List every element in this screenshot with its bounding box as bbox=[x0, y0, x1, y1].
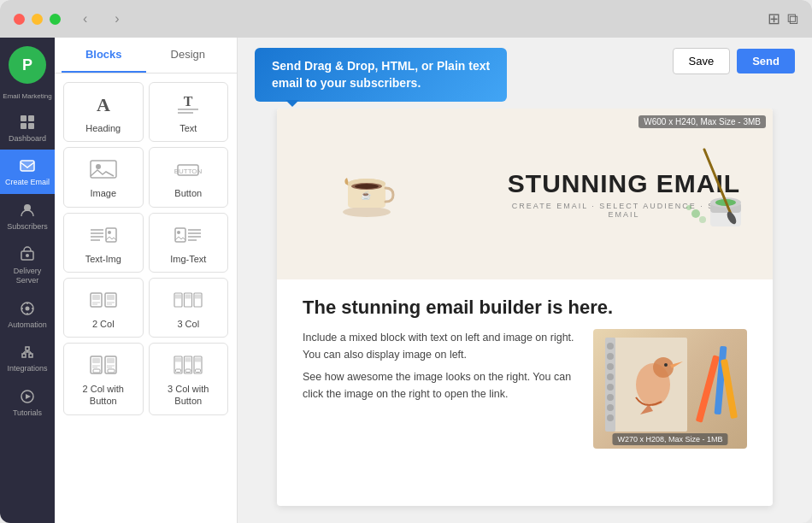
block-image-label: Image bbox=[90, 187, 116, 199]
sidebar: P Email Marketing Dashboard bbox=[0, 38, 55, 523]
svg-text:P: P bbox=[22, 56, 32, 73]
dashboard-label: Dashboard bbox=[9, 134, 46, 144]
img-text-icon bbox=[171, 222, 205, 248]
tab-blocks[interactable]: Blocks bbox=[62, 38, 146, 73]
block-3col-label: 3 Col bbox=[177, 318, 199, 330]
email-image-placeholder: W270 x H208, Max Size - 1MB bbox=[593, 329, 747, 449]
svg-rect-37 bbox=[107, 295, 115, 300]
svg-point-82 bbox=[686, 205, 691, 210]
tutorials-icon bbox=[18, 387, 37, 406]
3col-icon bbox=[171, 287, 205, 313]
3col-button-icon bbox=[171, 352, 205, 378]
block-heading-label: Heading bbox=[85, 122, 121, 134]
svg-rect-4 bbox=[21, 123, 26, 129]
svg-rect-51 bbox=[107, 358, 115, 363]
svg-point-93 bbox=[607, 404, 614, 411]
svg-point-90 bbox=[607, 373, 614, 380]
block-text-label: Text bbox=[179, 122, 197, 134]
hero-size-badge: W600 x H240, Max Size - 3MB bbox=[638, 115, 766, 128]
svg-point-67 bbox=[343, 207, 391, 217]
block-text-img[interactable]: Text-Img bbox=[63, 213, 144, 273]
svg-rect-36 bbox=[92, 295, 100, 300]
svg-point-88 bbox=[607, 353, 614, 360]
sidebar-item-dashboard[interactable]: Dashboard bbox=[0, 106, 55, 150]
svg-point-92 bbox=[607, 394, 614, 401]
svg-rect-61 bbox=[175, 358, 181, 362]
block-3col[interactable]: 3 Col bbox=[149, 278, 229, 338]
promo-line2: email to your subscribers. bbox=[272, 76, 421, 90]
save-button[interactable]: Save bbox=[673, 48, 731, 74]
svg-rect-28 bbox=[175, 228, 185, 242]
email-text-column: Include a mixed block with text on left … bbox=[303, 329, 580, 403]
svg-marker-13 bbox=[26, 394, 31, 399]
header-actions: Save Send bbox=[673, 48, 795, 74]
email-body-text1: Include a mixed block with text on left … bbox=[303, 329, 580, 363]
block-image[interactable]: Image bbox=[63, 147, 144, 207]
svg-rect-3 bbox=[28, 115, 34, 121]
send-button[interactable]: Send bbox=[737, 49, 795, 73]
sidebar-item-tutorials[interactable]: Tutorials bbox=[0, 380, 55, 425]
subscribers-label: Subscribers bbox=[7, 222, 48, 232]
block-2col-button[interactable]: 2 Col with Button bbox=[63, 343, 144, 415]
svg-rect-26 bbox=[106, 228, 116, 242]
svg-point-19 bbox=[96, 164, 101, 169]
coffee-cup-illustration: ☕ bbox=[328, 154, 405, 234]
block-button-label: Button bbox=[174, 187, 202, 199]
sidebar-item-create-email[interactable]: Create Email bbox=[0, 150, 55, 194]
windows-button[interactable]: ⧉ bbox=[787, 9, 798, 28]
block-text[interactable]: T Text bbox=[149, 82, 229, 142]
main-content: Send Drag & Drop, HTML, or Plain text em… bbox=[238, 38, 812, 523]
block-2col[interactable]: 2 Col bbox=[63, 278, 144, 338]
dashboard-icon bbox=[18, 113, 37, 132]
sidebar-item-delivery-server[interactable]: Delivery Server bbox=[0, 238, 55, 292]
svg-text:BUTTON: BUTTON bbox=[174, 167, 203, 175]
paint-illustration bbox=[679, 141, 747, 247]
svg-rect-57 bbox=[108, 369, 115, 373]
back-button[interactable]: ‹ bbox=[78, 8, 92, 30]
block-3col-button-label: 3 Col with Button bbox=[155, 383, 223, 408]
tab-design[interactable]: Design bbox=[146, 38, 231, 73]
maximize-button[interactable] bbox=[50, 14, 61, 25]
integrations-icon bbox=[18, 343, 37, 361]
svg-point-81 bbox=[691, 209, 700, 218]
email-columns: Include a mixed block with text on left … bbox=[303, 329, 747, 449]
block-img-text[interactable]: Img-Text bbox=[149, 213, 229, 273]
svg-rect-45 bbox=[175, 294, 181, 298]
close-button[interactable] bbox=[14, 14, 25, 25]
forward-button[interactable]: › bbox=[109, 8, 124, 30]
block-2col-button-label: 2 Col with Button bbox=[69, 383, 138, 408]
sidebar-item-automation[interactable]: Automation bbox=[0, 292, 55, 337]
svg-point-11 bbox=[26, 306, 30, 310]
block-3col-button[interactable]: 3 Col with Button bbox=[149, 343, 229, 415]
svg-rect-47 bbox=[195, 294, 201, 298]
email-image-column: W270 x H208, Max Size - 1MB bbox=[593, 329, 747, 449]
minimize-button[interactable] bbox=[32, 14, 43, 25]
new-tab-button[interactable]: ⊞ bbox=[768, 9, 780, 28]
blocks-panel: Blocks Design A Heading T bbox=[55, 38, 238, 523]
sidebar-item-integrations[interactable]: Integrations bbox=[0, 336, 55, 380]
tutorials-label: Tutorials bbox=[13, 408, 42, 418]
2col-icon bbox=[86, 287, 121, 313]
svg-point-91 bbox=[607, 384, 614, 391]
logo: P bbox=[7, 44, 48, 85]
email-canvas: W600 x H240, Max Size - 3MB ☕ bbox=[277, 109, 773, 506]
automation-icon bbox=[18, 299, 37, 318]
2col-button-icon bbox=[86, 352, 121, 378]
svg-rect-63 bbox=[195, 358, 201, 362]
svg-point-97 bbox=[664, 363, 668, 367]
sidebar-item-subscribers[interactable]: Subscribers bbox=[0, 194, 55, 238]
svg-rect-66 bbox=[196, 369, 201, 373]
svg-rect-62 bbox=[185, 358, 191, 362]
svg-rect-5 bbox=[28, 123, 34, 129]
promo-line1: Send Drag & Drop, HTML, or Plain text bbox=[272, 59, 490, 73]
block-button[interactable]: BUTTON Button bbox=[149, 147, 229, 207]
svg-point-29 bbox=[177, 231, 180, 234]
block-text-img-label: Text-Img bbox=[85, 253, 121, 265]
svg-rect-2 bbox=[21, 115, 26, 121]
svg-rect-64 bbox=[176, 369, 181, 373]
svg-text:T: T bbox=[184, 94, 193, 109]
svg-rect-6 bbox=[21, 161, 34, 171]
subscribers-icon bbox=[18, 201, 37, 220]
svg-point-87 bbox=[607, 343, 614, 350]
block-heading[interactable]: A Heading bbox=[63, 82, 144, 142]
